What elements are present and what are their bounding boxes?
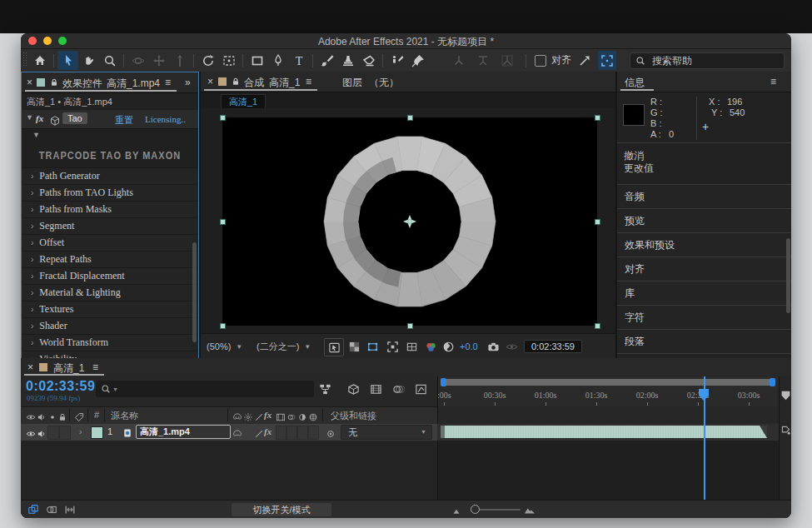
effects-scrollbar[interactable] xyxy=(192,242,197,342)
expand-chevron-icon[interactable]: › xyxy=(31,205,33,214)
selection-handle[interactable] xyxy=(595,219,600,225)
layer-name-field[interactable]: 高清_1.mp4 xyxy=(136,425,231,439)
expand-chevron-icon[interactable]: › xyxy=(31,305,33,314)
motion-blur-cell[interactable] xyxy=(286,426,297,440)
snap-checkbox[interactable] xyxy=(535,55,546,67)
panel-header-字符[interactable]: 字符 xyxy=(617,306,791,330)
inout-stretch-panes-icon[interactable] xyxy=(64,504,76,518)
magnification-dropdown[interactable]: (50%)▼ xyxy=(207,334,242,359)
mask-visibility-icon[interactable] xyxy=(366,334,379,359)
channels-icon[interactable] xyxy=(425,334,437,359)
zoom-in-mountain-icon[interactable] xyxy=(524,505,536,518)
orbit-tool-icon[interactable] xyxy=(127,51,148,70)
close-panel-icon[interactable]: × xyxy=(207,76,213,87)
layer-out-handle[interactable] xyxy=(760,426,767,438)
hash-column-label[interactable]: # xyxy=(94,410,99,420)
effect-property-world-transform[interactable]: ›World Transform xyxy=(22,334,198,351)
panel-header-段落[interactable]: 段落 xyxy=(617,330,791,354)
composition-frame[interactable] xyxy=(222,117,597,326)
effect-property-path-generator[interactable]: ›Path Generator xyxy=(22,167,198,184)
eraser-tool-icon[interactable] xyxy=(358,51,379,70)
expand-chevron-icon[interactable]: › xyxy=(31,338,33,347)
layer-fx-icon[interactable]: fx xyxy=(264,426,271,436)
comp-marker-bin-icon[interactable] xyxy=(780,390,791,401)
panel-header-对齐[interactable]: 对齐 xyxy=(617,257,791,281)
adjustment-cell[interactable] xyxy=(297,426,308,440)
expand-layer-switches-icon[interactable] xyxy=(27,504,39,518)
effect-property-paths-from-masks[interactable]: ›Paths from Masks xyxy=(22,201,198,217)
transfer-controls-icon[interactable] xyxy=(46,504,57,518)
effect-property-material-lighting[interactable]: ›Material & Lighting xyxy=(22,284,198,301)
always-preview-icon[interactable] xyxy=(324,338,344,356)
close-panel-icon[interactable]: × xyxy=(27,77,32,88)
selection-handle[interactable] xyxy=(220,115,226,121)
expand-chevron-icon[interactable]: › xyxy=(31,255,33,264)
solo-cell[interactable] xyxy=(47,426,59,440)
effect-property-offset[interactable]: ›Offset xyxy=(22,234,198,251)
composition-flowchart-icon[interactable] xyxy=(319,383,331,399)
pin-tool-icon[interactable] xyxy=(407,51,428,70)
tab-effect-controls-label[interactable]: 效果控件 xyxy=(62,77,102,91)
work-area-end-handle[interactable] xyxy=(770,378,775,386)
tab-layer-label[interactable]: 图层 xyxy=(342,76,362,90)
frame-blend-cell[interactable] xyxy=(276,426,286,440)
toggle-switches-modes-button[interactable]: 切换开关/模式 xyxy=(231,502,332,517)
region-corner-box-icon[interactable] xyxy=(598,51,616,70)
panel-header-预览[interactable]: 预览 xyxy=(617,209,791,233)
work-area-start-handle[interactable] xyxy=(441,378,446,386)
expand-chevron-icon[interactable]: › xyxy=(31,321,33,331)
tab-composition-name[interactable]: 高清_1 xyxy=(269,76,300,90)
layer-duration-bar[interactable] xyxy=(440,425,768,439)
effect-property-paths-from-tao-lights[interactable]: ›Paths from TAO Lights xyxy=(22,184,198,201)
tab-composition-label[interactable]: 合成 xyxy=(244,76,264,90)
transparency-grid-icon[interactable] xyxy=(348,334,361,359)
selection-handle[interactable] xyxy=(595,115,600,121)
axisb-mode-icon[interactable] xyxy=(472,51,493,70)
draft-3d-icon[interactable] xyxy=(347,383,360,399)
ucam-tool-icon[interactable] xyxy=(218,51,239,70)
snapshot-camera-icon[interactable] xyxy=(487,334,500,359)
selection-handle[interactable] xyxy=(220,323,226,329)
type-tool-icon[interactable]: T xyxy=(288,51,309,70)
expand-chevron-icon[interactable]: › xyxy=(31,271,33,281)
brush-tool-icon[interactable] xyxy=(316,51,337,70)
selection-handle[interactable] xyxy=(407,115,413,121)
expand-chevron-icon[interactable]: ▼ xyxy=(32,131,40,139)
graph-editor-icon[interactable] xyxy=(415,383,427,399)
home-tool-icon[interactable] xyxy=(29,51,50,70)
exposure-value[interactable]: +0.0 xyxy=(460,334,478,359)
panel-header-音频[interactable]: 音频 xyxy=(617,185,791,209)
effect-property-segment[interactable]: ›Segment xyxy=(22,217,198,234)
rect-tool-icon[interactable] xyxy=(247,51,267,70)
licensing-link[interactable]: Licensing.. xyxy=(145,114,186,124)
search-help-input[interactable] xyxy=(650,54,754,67)
arrow-northeast-icon[interactable] xyxy=(576,51,593,70)
timeline-current-timecode[interactable]: 0:02:33:59 xyxy=(26,379,95,394)
stamp-tool-icon[interactable] xyxy=(337,51,358,70)
effect-property-repeat-paths[interactable]: ›Repeat Paths xyxy=(22,251,198,267)
viewer-timecode[interactable]: 0:02:33:59 xyxy=(524,334,582,359)
playhead-marker[interactable] xyxy=(698,388,710,401)
axis-mode-icon[interactable] xyxy=(448,51,469,70)
work-area-bar[interactable] xyxy=(441,379,775,386)
guides-grid-icon[interactable] xyxy=(406,334,418,359)
effect-property-shader[interactable]: ›Shader xyxy=(22,317,198,334)
panel-overflow-icon[interactable]: » xyxy=(185,77,191,88)
region-of-interest-icon[interactable] xyxy=(386,334,399,359)
panel-header-效果和预设[interactable]: 效果和预设 xyxy=(617,233,791,257)
close-panel-icon[interactable]: × xyxy=(27,361,33,373)
zoom-tool-icon[interactable] xyxy=(99,51,120,70)
layer-row[interactable]: › 1 高清_1.mp4 fx 无 ▼ xyxy=(21,424,437,441)
lock-icon[interactable] xyxy=(231,77,241,89)
panel-menu-icon[interactable]: ≡ xyxy=(165,77,171,88)
search-help-field[interactable] xyxy=(630,52,785,69)
timeline-zoom-knob[interactable] xyxy=(471,505,480,514)
motion-blur-icon[interactable] xyxy=(392,383,405,399)
expand-chevron-icon[interactable]: › xyxy=(31,238,33,247)
tab-info-label[interactable]: 信息 xyxy=(625,76,645,90)
zoom-out-mountain-icon[interactable] xyxy=(451,506,462,518)
hand-tool-icon[interactable] xyxy=(78,51,99,70)
selection-handle[interactable] xyxy=(220,219,226,225)
effect-property-fractal-displacement[interactable]: ›Fractal Displacement xyxy=(22,267,198,284)
parent-link-column-label[interactable]: 父级和链接 xyxy=(331,410,376,422)
